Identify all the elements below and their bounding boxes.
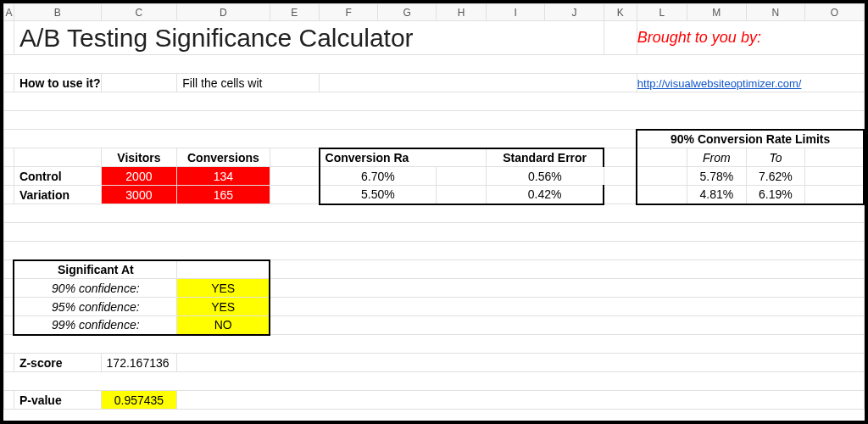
sig-99-label: 99% confidence:: [14, 316, 176, 335]
sig-90-value: YES: [177, 279, 270, 298]
cell-control-from: 5.78%: [687, 167, 747, 186]
cell-variation-se: 0.42%: [487, 186, 604, 204]
hdr-rate: Conversion Ra: [320, 148, 487, 167]
zscore-label: Z-score: [14, 354, 101, 372]
pvalue-value: 0.957435: [101, 391, 177, 410]
col-M[interactable]: M: [687, 4, 747, 21]
howto-text: Fill the cells wit: [177, 74, 320, 92]
col-O[interactable]: O: [805, 4, 864, 21]
col-E[interactable]: E: [270, 4, 320, 21]
cell-control-visitors[interactable]: 2000: [101, 167, 177, 186]
hdr-conversions: Conversions: [177, 148, 270, 167]
cell-control-se: 0.56%: [487, 167, 604, 186]
pvalue-label: P-value: [14, 391, 101, 410]
col-D[interactable]: D: [177, 4, 270, 21]
cell-control-rate: 6.70%: [320, 167, 437, 186]
col-L[interactable]: L: [637, 4, 687, 21]
hdr-to: To: [746, 148, 805, 167]
spreadsheet-grid: A B C D E F G H I J K L M N O A/B Testin…: [3, 3, 865, 410]
cell-variation-rate: 5.50%: [320, 186, 437, 204]
sig-99-value: NO: [177, 316, 270, 335]
cell-variation-to: 6.19%: [746, 186, 805, 204]
cell-variation-visitors[interactable]: 3000: [101, 186, 177, 204]
col-G[interactable]: G: [378, 4, 437, 21]
col-K[interactable]: K: [604, 4, 637, 21]
hdr-from: From: [687, 148, 747, 167]
brought-by-label: Brought to you by:: [637, 21, 864, 55]
sig-95-value: YES: [177, 298, 270, 316]
row-control-label: Control: [14, 167, 101, 186]
limits-title: 90% Conversion Rate Limits: [637, 130, 864, 148]
cell-control-conversions[interactable]: 134: [177, 167, 270, 186]
col-A[interactable]: A: [4, 4, 14, 21]
row-variation-label: Variation: [14, 186, 101, 204]
sig-90-label: 90% confidence:: [14, 279, 176, 298]
col-F[interactable]: F: [320, 4, 378, 21]
spreadsheet-frame: A B C D E F G H I J K L M N O A/B Testin…: [0, 0, 868, 424]
col-I[interactable]: I: [487, 4, 545, 21]
cell-variation-conversions[interactable]: 165: [177, 186, 270, 204]
vwo-link[interactable]: http://visualwebsiteoptimizer.com/: [637, 77, 802, 90]
cell-variation-from: 4.81%: [687, 186, 747, 204]
cell-control-to: 7.62%: [746, 167, 805, 186]
col-J[interactable]: J: [545, 4, 604, 21]
page-title: A/B Testing Significance Calculator: [14, 21, 604, 55]
col-H[interactable]: H: [437, 4, 487, 21]
col-C[interactable]: C: [101, 4, 177, 21]
hdr-se: Standard Error: [487, 148, 604, 167]
sig-95-label: 95% confidence:: [14, 298, 176, 316]
sig-title: Significant At: [14, 260, 176, 279]
column-headers: A B C D E F G H I J K L M N O: [4, 4, 865, 21]
howto-label: How to use it?: [14, 74, 101, 92]
zscore-value: 172.167136: [101, 354, 177, 372]
col-B[interactable]: B: [14, 4, 101, 21]
hdr-visitors: Visitors: [101, 148, 177, 167]
col-N[interactable]: N: [746, 4, 805, 21]
